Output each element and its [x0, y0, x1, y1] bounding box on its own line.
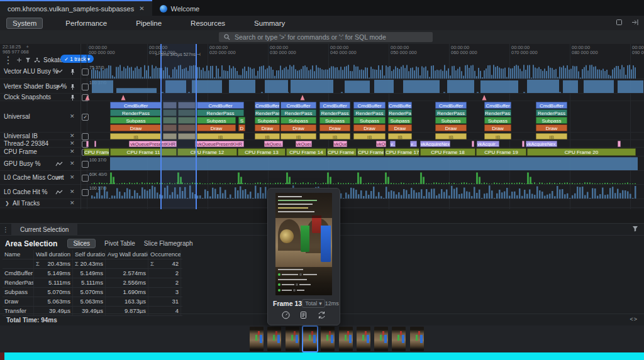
table-row[interactable]: Subpass5.070ms5.070ms1.690ms3: [3, 288, 182, 297]
slice-vkqueuepresent[interactable]: [472, 141, 474, 147]
panel-filter-icon[interactable]: [631, 225, 639, 232]
table-row[interactable]: CmdBuffer5.149ms5.149ms2.574ms2: [3, 269, 182, 278]
counter-track-miss[interactable]: [0, 171, 644, 185]
slice-vkqueuepresent[interactable]: vkQueu...: [296, 141, 312, 147]
menu-item-summary[interactable]: Summary: [248, 18, 291, 29]
slice-cmdbuffer[interactable]: CmdBuffer: [255, 102, 280, 109]
timeline[interactable]: 22:18:25 + 965 977 068 ⋮ Sokatoa ✓ 1 tra…: [0, 44, 644, 209]
slice-subpass[interactable]: Subpass: [280, 117, 316, 124]
slice-ib[interactable]: IB: [435, 133, 467, 139]
duration-mode-select[interactable]: Total ▾: [302, 299, 325, 308]
slice-d[interactable]: D: [238, 124, 245, 131]
gauge-icon[interactable]: [281, 310, 291, 320]
counter-track-gpu[interactable]: [0, 156, 644, 171]
view-slice-flamegraph[interactable]: Slice Flamegraph: [144, 240, 193, 247]
search-input[interactable]: Search or type '>' for commands or ':' f…: [219, 32, 433, 42]
slice-vkqueuepresent[interactable]: vkQue...: [333, 141, 347, 147]
slice-draw[interactable]: Draw: [353, 124, 386, 131]
slice-subpass[interactable]: Subpass: [319, 117, 350, 124]
slice-subpass[interactable]: Subpass: [536, 117, 567, 124]
slice-renderpass[interactable]: RenderPass: [319, 109, 350, 116]
panel-kebab-icon[interactable]: ⋮: [0, 224, 11, 235]
menu-item-system[interactable]: System: [6, 18, 43, 29]
report-icon[interactable]: [299, 310, 308, 320]
slice-vkacquirenext[interactable]: v...: [410, 141, 417, 147]
filter-icon[interactable]: [25, 57, 31, 63]
slice-subpass[interactable]: Subpass: [435, 117, 467, 124]
slice-ib[interactable]: IB: [353, 133, 386, 139]
close-track-icon[interactable]: ✕: [70, 113, 75, 119]
area-selection-region[interactable]: [160, 44, 196, 209]
slice-cpu-frame[interactable]: CPU Frame 16: [357, 148, 384, 156]
slice-cmdbuffer[interactable]: CmdBuffer: [280, 102, 316, 109]
table-header-row[interactable]: Name Wall duration ↓ Self duration Avg W…: [3, 250, 182, 259]
frame-preview-image[interactable]: [275, 193, 332, 295]
slice-cmdbuffer[interactable]: CmdBuffer: [536, 102, 567, 109]
frame-thumbnail[interactable]: [374, 327, 388, 351]
frame-thumbnail[interactable]: [339, 327, 353, 351]
table-row[interactable]: RenderPass5.111ms5.111ms2.556ms2: [3, 278, 182, 288]
menu-item-performance[interactable]: Performance: [59, 18, 113, 29]
slice-renderpass[interactable]: RenderPass: [197, 109, 244, 116]
slice-cpu-frame[interactable]: CPU Frame …: [84, 148, 109, 156]
slice-vkqueuepresent[interactable]: [522, 141, 525, 147]
slice-ib[interactable]: IB: [255, 133, 280, 139]
slice-ib[interactable]: IB: [110, 133, 162, 139]
slice-draw[interactable]: Draw: [255, 124, 280, 131]
track-count-pill[interactable]: ✓ 1 track ▾: [60, 55, 94, 63]
slice-draw[interactable]: Draw: [388, 124, 412, 131]
view-slices[interactable]: Slices: [67, 239, 96, 248]
code-toggle-icon[interactable]: <>: [630, 316, 638, 322]
clock-snapshot-markers[interactable]: [0, 94, 644, 101]
frame-thumbnail[interactable]: [321, 327, 335, 351]
slice-vkqueuepresent[interactable]: [94, 141, 96, 147]
slice-cmdbuffer[interactable]: CmdBuffer: [435, 102, 467, 109]
chevron-right-icon[interactable]: ❯: [5, 200, 9, 206]
slice-ib[interactable]: IB: [536, 133, 567, 139]
menu-item-resources[interactable]: Resources: [184, 18, 231, 29]
slice-cpu-frame[interactable]: CPU Frame 14: [286, 148, 326, 156]
close-track-icon[interactable]: ✕: [70, 200, 75, 206]
slice-renderpass[interactable]: RenderPass: [388, 109, 412, 116]
slice-ib[interactable]: IB: [319, 133, 350, 139]
close-track-icon[interactable]: ✕: [70, 140, 75, 146]
frame-thumbnail[interactable]: [357, 327, 370, 351]
slice-cmdbuffer[interactable]: CmdBuffer: [388, 102, 412, 109]
table-row[interactable]: Draw5.063ms5.063ms163.3µs31: [3, 297, 182, 307]
dock-right-icon[interactable]: [631, 18, 639, 26]
slice-ib[interactable]: IB: [484, 133, 511, 139]
slice-subpass[interactable]: Subpass: [484, 117, 511, 124]
slice-s[interactable]: S: [238, 117, 245, 124]
slice-draw[interactable]: Draw: [536, 124, 567, 131]
slice-draw[interactable]: Draw: [319, 124, 350, 131]
menu-item-pipeline[interactable]: Pipeline: [130, 18, 168, 29]
slice-renderpass[interactable]: RenderPass: [353, 109, 386, 116]
frame-thumbnail[interactable]: [267, 327, 281, 351]
slice-renderpass[interactable]: RenderPass: [484, 109, 511, 116]
tab-trace[interactable]: com.khronos.vulkan_samples-subpasses ✕: [0, 0, 152, 16]
close-icon[interactable]: ✕: [139, 5, 144, 12]
frame-thumbnail[interactable]: [286, 327, 299, 351]
close-track-icon[interactable]: ✕: [70, 133, 75, 139]
slice-subpass[interactable]: Subpass: [110, 117, 162, 124]
frame-thumbnail[interactable]: [303, 327, 317, 351]
counter-track-vertex[interactable]: [0, 79, 644, 94]
selection-end-handle[interactable]: [196, 44, 197, 209]
slice-renderpass[interactable]: RenderPass: [255, 109, 280, 116]
slice-draw[interactable]: Draw: [197, 124, 236, 131]
slice-vkacquirenext[interactable]: vkAcquireNex...: [526, 141, 557, 147]
slice-vkacquirenext[interactable]: v...: [390, 141, 396, 147]
frame-thumbnail[interactable]: [392, 327, 406, 351]
slice-renderpass[interactable]: RenderPass: [280, 109, 316, 116]
slice-vkacquirenext[interactable]: vkAcquir...: [477, 141, 499, 147]
slice-renderpass[interactable]: RenderPass: [110, 109, 162, 116]
slice-vkqueuepresent[interactable]: vkQueu...: [264, 141, 283, 147]
slice-cpu-frame[interactable]: CPU Frame 13: [238, 148, 286, 156]
selection-start-handle[interactable]: [160, 44, 162, 209]
slice-cpu-frame[interactable]: CPU Frame 19: [476, 148, 526, 156]
slice-vkqueuepresent[interactable]: [86, 141, 89, 147]
slice-vkqueuepresent[interactable]: vkQu...: [376, 141, 386, 147]
slice-subpass[interactable]: Subpass: [353, 117, 386, 124]
close-track-icon[interactable]: ✕: [70, 148, 75, 155]
slice-cmdbuffer[interactable]: CmdBuffer: [353, 102, 386, 109]
